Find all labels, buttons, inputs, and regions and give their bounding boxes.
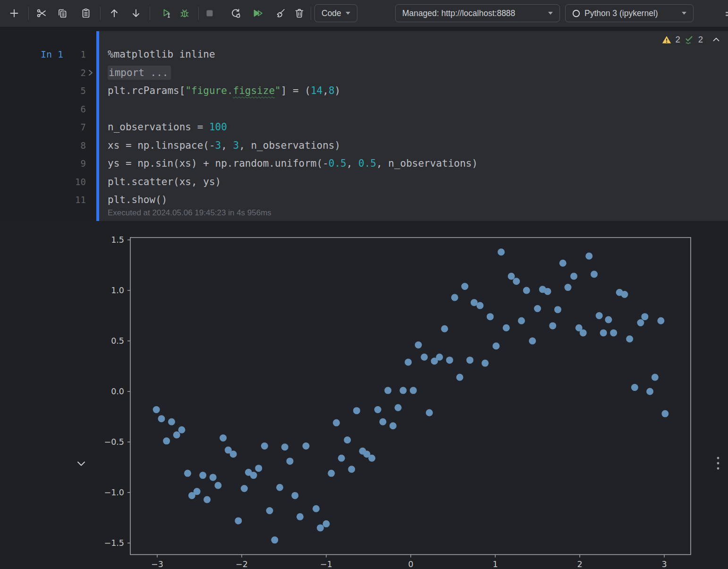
kernel-dropdown[interactable]: Python 3 (ipykernel): [565, 4, 694, 22]
scatter-point: [492, 342, 499, 349]
typo-ok-count: 2: [698, 34, 703, 45]
scatter-point: [399, 387, 406, 394]
scatter-point: [456, 374, 463, 381]
chevron-up-icon[interactable]: [711, 34, 721, 45]
cut-icon[interactable]: [36, 8, 47, 19]
code-line[interactable]: n_observations = 100: [108, 118, 227, 136]
debug-icon[interactable]: [179, 8, 190, 19]
scatter-point: [368, 455, 375, 462]
line-number: 7: [61, 118, 86, 136]
scatter-point: [554, 306, 561, 313]
warning-count: 2: [675, 34, 680, 45]
scatter-point: [661, 410, 669, 417]
code-line[interactable]: %matplotlib inline: [108, 45, 215, 64]
scatter-point: [395, 404, 402, 411]
scatter-point: [328, 470, 335, 477]
scatter-point: [421, 354, 428, 361]
copy-icon[interactable]: [57, 8, 68, 19]
scatter-point: [415, 341, 422, 348]
scatter-point: [426, 409, 433, 416]
svg-text:−1.0: −1.0: [104, 488, 125, 497]
scatter-point: [338, 455, 345, 462]
toolbar-overflow-icon[interactable]: [722, 8, 728, 19]
code-line[interactable]: plt.rcParams["figure.figsize"] = (14,8): [108, 82, 340, 100]
toolbar-separator: [28, 7, 29, 20]
typo-ok-icon: [684, 34, 695, 45]
line-number: 8: [61, 136, 86, 155]
scatter-point: [184, 470, 191, 477]
scatter-point: [591, 271, 598, 278]
scatter-point: [508, 273, 515, 280]
jupyter-server-label: Managed: http://localhost:8888: [402, 8, 544, 18]
line-number: 2: [61, 64, 86, 82]
axes-frame: [130, 238, 691, 555]
scatter-point: [600, 329, 607, 336]
scatter-point: [158, 415, 165, 422]
scatter-point: [203, 496, 211, 503]
svg-text:−1.5: −1.5: [104, 538, 125, 548]
scatter-point: [605, 316, 612, 323]
scatter-point: [596, 312, 603, 319]
scatter-point: [214, 482, 221, 489]
toolbar-separator: [198, 7, 199, 20]
kernel-status-icon: [572, 9, 580, 17]
kernel-label: Python 3 (ipykernel): [584, 8, 677, 18]
selected-cell-stripe: [96, 31, 99, 221]
scatter-point: [487, 313, 494, 320]
svg-text:−1: −1: [320, 560, 332, 569]
scatter-point: [296, 513, 304, 520]
jupyter-server-dropdown[interactable]: Managed: http://localhost:8888: [395, 4, 560, 22]
move-up-icon[interactable]: [109, 8, 120, 19]
code-line[interactable]: xs = np.linspace(-3, 3, n_observations): [108, 136, 340, 155]
line-number: 6: [61, 100, 86, 119]
scatter-point: [255, 465, 262, 472]
svg-text:1: 1: [492, 560, 498, 569]
svg-text:3: 3: [661, 560, 667, 569]
stop-icon[interactable]: [204, 8, 215, 19]
scatter-point: [461, 283, 468, 290]
scatter-point: [178, 426, 185, 433]
scatter-point: [503, 324, 510, 331]
delete-cell-icon[interactable]: [294, 8, 305, 19]
y-axis: 1.51.00.50.0−0.5−1.0−1.5: [104, 235, 131, 548]
svg-text:1.5: 1.5: [111, 235, 124, 245]
code-line[interactable]: import ...: [108, 64, 171, 82]
scatter-point: [220, 434, 227, 442]
chevron-down-icon: [682, 12, 686, 15]
scatter-point: [564, 284, 571, 291]
restart-kernel-icon[interactable]: [230, 8, 241, 19]
scatter-point: [436, 354, 443, 361]
scatter-point: [374, 406, 381, 413]
scatter-point: [518, 317, 525, 324]
run-cell-icon[interactable]: [161, 8, 172, 19]
scatter-point: [570, 273, 577, 280]
scatter-point: [313, 505, 320, 512]
scatter-point: [317, 524, 324, 531]
scatter-point: [610, 329, 617, 336]
scatter-point: [476, 302, 483, 309]
code-line[interactable]: plt.scatter(xs, ys): [108, 173, 221, 191]
run-all-icon[interactable]: [252, 8, 263, 19]
scatter-point: [261, 442, 268, 450]
cell-type-dropdown[interactable]: Code: [314, 4, 357, 22]
chevron-down-icon: [346, 12, 350, 15]
clear-outputs-icon[interactable]: [275, 8, 286, 19]
paste-icon[interactable]: [80, 8, 92, 19]
move-down-icon[interactable]: [130, 8, 142, 19]
code-line[interactable]: ys = np.sin(xs) + np.random.uniform(-0.5…: [108, 154, 478, 173]
scatter-point: [168, 418, 175, 425]
scatter-point: [534, 305, 541, 312]
notebook-toolbar: Code Managed: http://localhost:8888 Pyth…: [0, 0, 728, 27]
scatter-point: [241, 485, 248, 492]
add-cell-icon[interactable]: [8, 8, 20, 19]
inspection-widget[interactable]: 2 2: [661, 34, 721, 45]
scatter-point: [631, 384, 638, 391]
cell-type-label: Code: [322, 8, 341, 18]
execution-status: Executed at 2024.05.06 19:45:23 in 4s 95…: [108, 208, 271, 218]
scatter-point: [523, 287, 530, 294]
scatter-point: [194, 488, 201, 495]
scatter-point: [303, 442, 310, 450]
fold-region-icon[interactable]: [88, 64, 94, 82]
code-line[interactable]: plt.show(): [108, 191, 167, 209]
svg-text:−3: −3: [151, 560, 163, 569]
